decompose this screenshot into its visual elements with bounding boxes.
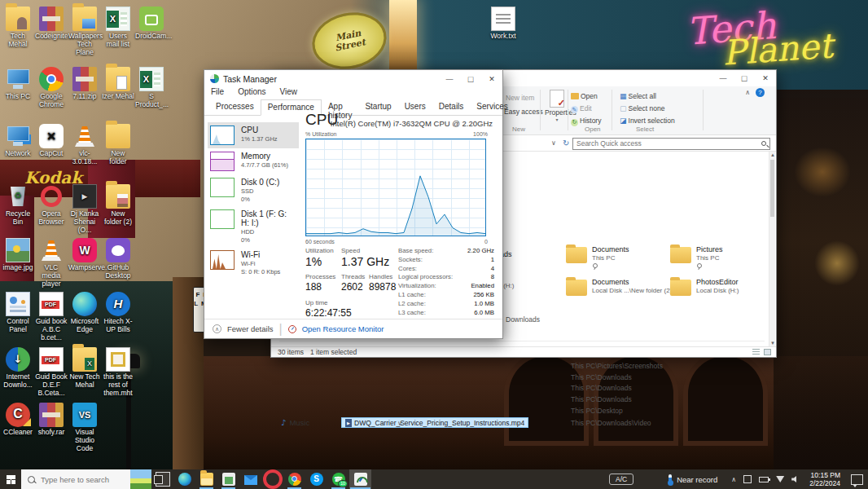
start-button[interactable] — [0, 469, 21, 489]
sidebar-resource-item[interactable]: Wi-Fi Wi-Fi S: 0 R: 0 Kbps — [208, 247, 299, 279]
desktop-icon[interactable]: Work.txt — [487, 7, 519, 41]
folder-tile[interactable]: Pictures This PC — [670, 245, 773, 269]
wifi-icon[interactable] — [776, 476, 784, 482]
search-daily-image[interactable] — [130, 469, 151, 489]
maximize-button[interactable] — [734, 70, 755, 86]
help-icon[interactable]: ? — [756, 88, 765, 97]
minimize-button[interactable] — [712, 70, 734, 86]
folder-tile[interactable]: Documents Local Disk ...\New folder (2) — [566, 278, 669, 296]
fewer-details-button[interactable]: Fewer details — [227, 324, 274, 333]
recent-file-path[interactable]: This PC\Downloads — [571, 373, 663, 385]
tab[interactable]: Startup — [358, 99, 397, 115]
taskbar-app-button[interactable] — [239, 469, 261, 489]
desktop-icon[interactable]: New folder — [102, 124, 134, 166]
desktop-icon[interactable]: Network — [2, 124, 34, 158]
taskbar-app-button[interactable]: 10 — [327, 469, 349, 489]
explorer-search-box[interactable] — [572, 138, 770, 150]
desktop-icon[interactable]: GitHub Desktop — [102, 238, 134, 280]
taskbar-app-button[interactable] — [283, 469, 305, 489]
tray-window-icon[interactable] — [743, 475, 752, 483]
desktop-icon[interactable]: Opera Browser — [35, 184, 68, 227]
power-mode-widget[interactable]: A/C — [609, 474, 633, 485]
sidebar-resource-item[interactable]: Memory 4.7/7.7 GB (61%) — [208, 148, 299, 174]
taskbar-app-button[interactable] — [151, 469, 173, 489]
taskbar-app-button[interactable] — [261, 469, 283, 489]
desktop-icon[interactable]: New Tech Mehal — [68, 347, 101, 390]
menu-item[interactable]: Options — [238, 87, 265, 99]
edit-button[interactable]: ✎Edit — [571, 104, 592, 113]
properties-button[interactable]: Properties — [545, 90, 569, 122]
desktop-icon[interactable]: VLC media player — [35, 238, 68, 288]
select-all-button[interactable]: ▦Select all — [620, 92, 656, 100]
refresh-icon[interactable]: ↻ — [563, 139, 569, 148]
taskbar-app-button[interactable] — [217, 469, 239, 489]
sidebar-resource-item[interactable]: CPU 1% 1.37 GHz — [208, 122, 299, 148]
battery-icon[interactable] — [759, 477, 769, 482]
desktop-icon[interactable]: S Product_... — [135, 67, 168, 109]
speaker-icon[interactable] — [791, 476, 799, 482]
desktop-icon[interactable]: Wampserve... — [68, 238, 101, 272]
desktop-icon[interactable]: Hitech X-UP Bills — [102, 292, 134, 334]
weather-widget[interactable]: Near record — [677, 475, 717, 484]
folder-tile[interactable]: Documents This PC — [566, 245, 669, 269]
taskbar-app-button[interactable] — [305, 469, 327, 489]
menu-item[interactable]: File — [211, 87, 224, 99]
minimize-button[interactable] — [439, 71, 460, 87]
desktop-icon[interactable]: Tech Mehal — [2, 7, 34, 49]
open-resource-monitor-link[interactable]: Open Resource Monitor — [302, 324, 384, 333]
tab[interactable]: Users — [398, 99, 432, 115]
recent-file-path[interactable]: This PC\Downloads — [571, 395, 663, 407]
desktop-icon[interactable]: This PC — [2, 67, 34, 101]
open-button[interactable]: Open — [571, 92, 598, 100]
desktop-icon[interactable]: Visual Studio Code — [68, 403, 101, 452]
desktop-icon[interactable]: Microsoft Edge — [68, 292, 101, 334]
desktop-icon[interactable]: image.jpg — [2, 238, 34, 272]
desktop-icon[interactable]: Recycle Bin — [2, 184, 34, 227]
scroll-up-icon[interactable]: ▲ — [770, 152, 775, 157]
menu-item[interactable]: View — [280, 87, 298, 99]
desktop-icon[interactable]: Dj Kanka Shenai (O... — [68, 184, 101, 234]
desktop-icon[interactable]: Izer Mehal — [102, 67, 134, 101]
recent-file-path[interactable]: This PC\Desktop — [571, 407, 663, 418]
task-manager-titlebar[interactable]: Task Manager — [204, 70, 502, 87]
close-button[interactable] — [481, 71, 502, 87]
sidebar-resource-item[interactable]: Disk 1 (F: G: H: I:) HDD 0% — [208, 206, 299, 247]
tab[interactable]: Details — [432, 99, 471, 115]
recent-file-path[interactable]: This PC\Downloads — [571, 384, 663, 395]
desktop-icon[interactable]: DroidCam... — [135, 7, 168, 41]
desktop-icon[interactable]: Guid book A.B.C b.cet... — [35, 292, 68, 341]
details-view-toggle-icon[interactable] — [752, 349, 760, 355]
maximize-button[interactable] — [460, 71, 481, 87]
desktop-icon[interactable]: vlc-3.0.18... — [68, 124, 101, 166]
desktop-icon[interactable]: Guid Book D.E.F B.Ceta... — [35, 347, 68, 397]
scrollbar-thumb[interactable] — [770, 160, 774, 217]
tab[interactable]: Processes — [209, 99, 261, 115]
minimize-ribbon-icon[interactable]: ∧ — [745, 89, 750, 96]
address-dropdown-icon[interactable]: ∨ — [551, 139, 556, 147]
sidebar-item-music[interactable]: ♪ Music — [281, 418, 309, 427]
search-input[interactable] — [573, 139, 752, 148]
desktop-icon[interactable]: Users mail list — [102, 7, 134, 49]
desktop-icon[interactable]: Internet Downlo... — [2, 347, 34, 390]
desktop-icon[interactable]: Wallpapers Tech Plane — [68, 7, 101, 56]
desktop-icon[interactable]: Control Panel — [2, 292, 34, 334]
desktop-icon[interactable]: Google Chrome — [35, 67, 68, 109]
chevron-down-icon[interactable]: ∨ — [397, 420, 402, 427]
close-button[interactable] — [755, 70, 776, 86]
desktop-icon[interactable]: this is the rest of them.mht — [102, 347, 134, 397]
tab[interactable]: Services — [470, 99, 514, 115]
clock[interactable]: 10:15 PM 2/22/2024 — [809, 471, 840, 487]
desktop-icon[interactable]: shofy.rar — [35, 403, 68, 437]
desktop-icon[interactable]: New folder (2) — [102, 184, 134, 227]
taskbar-search-box[interactable] — [21, 469, 151, 489]
recent-file-path[interactable]: This PC\Pictures\Screenshots — [571, 362, 663, 373]
taskbar-app-button[interactable] — [349, 469, 371, 489]
taskbar-app-button[interactable] — [195, 469, 217, 489]
desktop-icon[interactable]: CCleaner — [2, 403, 34, 437]
select-none-button[interactable]: ▢Select none — [620, 104, 664, 112]
sidebar-resource-item[interactable]: Disk 0 (C:) SSD 0% — [208, 174, 299, 206]
hidden-icons-chevron[interactable]: ∧ — [731, 476, 736, 483]
taskbar-app-button[interactable] — [173, 469, 195, 489]
folder-tile[interactable]: PhotosEditor Local Disk (H:) — [670, 278, 773, 296]
desktop-icon[interactable]: 7.11.zip — [68, 67, 101, 101]
